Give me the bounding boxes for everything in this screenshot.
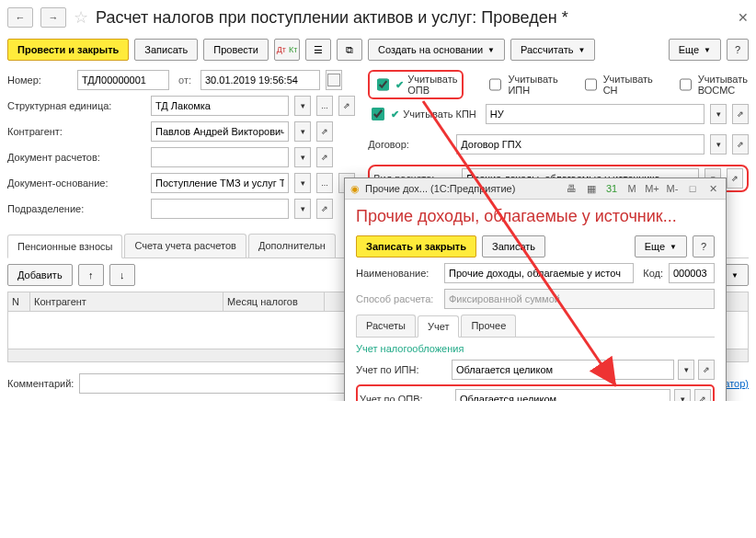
division-label: Подразделение: xyxy=(7,203,145,214)
nav-back-button[interactable]: ← xyxy=(7,7,33,28)
doc-base-label: Документ-основание: xyxy=(7,177,145,189)
col-n: N xyxy=(8,292,30,311)
kpn-checkbox[interactable]: ✔Учитывать КПН xyxy=(368,105,476,123)
doc-settle-dropdown-button[interactable]: ▾ xyxy=(294,147,311,167)
method-label: Способ расчета: xyxy=(356,293,439,304)
name-field[interactable] xyxy=(444,263,634,283)
more-button[interactable]: Еще▼ xyxy=(669,39,721,61)
contractor-dropdown-button[interactable]: ▾ xyxy=(294,121,311,142)
m-minus-icon[interactable]: M xyxy=(624,181,639,196)
popup-help-button[interactable]: ? xyxy=(693,235,715,258)
col-month: Месяц налогов xyxy=(223,292,325,311)
contractor-field[interactable] xyxy=(151,121,289,142)
org-open-button[interactable]: ⇗ xyxy=(338,96,355,116)
title-bar: ← → ☆ Расчет налогов при поступлении акт… xyxy=(7,7,749,28)
division-dropdown-button[interactable]: ▾ xyxy=(294,199,311,219)
opv-tax-dd[interactable]: ▾ xyxy=(674,389,691,401)
division-field[interactable] xyxy=(151,199,289,219)
opv-tax-open[interactable]: ⇗ xyxy=(694,389,711,401)
name-label: Наименование: xyxy=(356,268,439,279)
calculate-button[interactable]: Рассчитать▼ xyxy=(510,39,595,61)
favorite-star-icon[interactable]: ☆ xyxy=(74,7,88,28)
app-icon: ◉ xyxy=(350,183,360,195)
print-icon[interactable]: 🖶 xyxy=(564,181,578,196)
opv-tax-label: Учет по ОПВ: xyxy=(360,394,452,401)
division-open-button[interactable]: ⇗ xyxy=(316,199,333,219)
m-minus2-icon[interactable]: M- xyxy=(665,181,680,196)
doc-base-dropdown-button[interactable]: ▾ xyxy=(294,173,311,193)
popup-save-close-button[interactable]: Записать и закрыть xyxy=(356,235,476,258)
ipn-tax-dd[interactable]: ▾ xyxy=(678,360,694,380)
popup-title: Прочие доходы, облагаемые у источник... xyxy=(345,200,726,230)
popup-maximize-icon[interactable]: □ xyxy=(685,181,700,196)
org-dropdown-button[interactable]: ▾ xyxy=(294,96,311,116)
contract-field[interactable] xyxy=(456,134,704,155)
number-field[interactable] xyxy=(77,70,169,90)
code-label: Код: xyxy=(643,268,663,279)
org-label: Структурная единица: xyxy=(7,100,145,111)
contractor-open-button[interactable]: ⇗ xyxy=(316,121,333,142)
main-toolbar: Провести и закрыть Записать Провести ДтК… xyxy=(7,39,749,61)
tab-extra[interactable]: Дополнительн xyxy=(248,234,336,258)
doc-settle-field[interactable] xyxy=(151,147,289,167)
tab-pension[interactable]: Пенсионные взносы xyxy=(7,235,122,258)
close-icon[interactable]: ✕ xyxy=(738,10,749,25)
date-picker-button[interactable] xyxy=(326,70,342,90)
kpn-open-button[interactable]: ⇗ xyxy=(732,104,749,124)
code-field[interactable] xyxy=(669,263,715,283)
doc-settle-open-button[interactable]: ⇗ xyxy=(316,147,333,167)
doc-settle-label: Документ расчетов: xyxy=(7,152,145,163)
ipn-tax-field[interactable] xyxy=(452,360,674,380)
structure-button[interactable]: ☰ xyxy=(305,39,331,61)
date-field[interactable] xyxy=(200,70,320,90)
kpn-dropdown-button[interactable]: ▾ xyxy=(710,104,727,124)
org-field[interactable] xyxy=(151,96,289,116)
contractor-label: Контрагент: xyxy=(7,126,145,137)
popup-header: ◉ Прочие дох... (1С:Предприятие) 🖶 ▦ 31 … xyxy=(345,178,726,200)
calendar-icon[interactable]: ▦ xyxy=(584,181,599,196)
dt-kt-button[interactable]: ДтКт xyxy=(274,39,300,61)
method-field xyxy=(444,289,715,309)
save-button[interactable]: Записать xyxy=(134,39,198,61)
post-and-close-button[interactable]: Провести и закрыть xyxy=(7,39,129,61)
org-ellipsis-button[interactable]: ... xyxy=(316,96,333,116)
contract-dropdown-button[interactable]: ▾ xyxy=(710,134,727,155)
vosms-checkbox[interactable]: Учитывать ВОСМС xyxy=(676,74,749,96)
col-contractor: Контрагент xyxy=(30,292,223,311)
from-label: от: xyxy=(178,74,191,86)
comment-label: Комментарий: xyxy=(7,378,74,389)
kpn-field[interactable] xyxy=(486,104,704,124)
move-up-button[interactable]: ↑ xyxy=(78,264,104,286)
nav-fwd-button[interactable]: → xyxy=(40,7,66,28)
opv-checkbox[interactable]: ✔Учитывать ОПВ xyxy=(373,74,458,96)
popup-close-icon[interactable]: ✕ xyxy=(705,181,720,196)
ipn-tax-open[interactable]: ⇗ xyxy=(698,360,715,380)
sn-checkbox[interactable]: Учитывать СН xyxy=(581,74,654,96)
calc-type-open-button[interactable]: ⇗ xyxy=(727,168,743,189)
popup-tab-acct[interactable]: Учет xyxy=(418,315,460,338)
calc-type-popup: ◉ Прочие дох... (1С:Предприятие) 🖶 ▦ 31 … xyxy=(344,177,727,401)
doc-base-field[interactable] xyxy=(151,173,289,193)
post-button[interactable]: Провести xyxy=(203,39,269,61)
popup-more-button[interactable]: Еще▼ xyxy=(635,235,687,258)
ipn-checkbox[interactable]: Учитывать ИПН xyxy=(486,74,558,96)
ipn-tax-label: Учет по ИПН: xyxy=(356,364,448,375)
popup-tab-calc[interactable]: Расчеты xyxy=(356,315,416,337)
contract-label: Договор: xyxy=(368,139,451,150)
create-based-button[interactable]: Создать на основании▼ xyxy=(368,39,505,61)
opv-tax-field[interactable] xyxy=(455,389,670,401)
popup-tabs: Расчеты Учет Прочее xyxy=(356,315,715,338)
popup-save-button[interactable]: Записать xyxy=(482,235,545,258)
popup-tab-other[interactable]: Прочее xyxy=(461,315,516,337)
date-icon[interactable]: 31 xyxy=(604,181,619,196)
contract-open-button[interactable]: ⇗ xyxy=(732,134,749,155)
window-title: Расчет налогов при поступлении активов и… xyxy=(96,8,568,28)
tab-accounts[interactable]: Счета учета расчетов xyxy=(124,234,246,258)
add-row-button[interactable]: Добавить xyxy=(7,264,73,286)
move-down-button[interactable]: ↓ xyxy=(109,264,135,286)
help-button[interactable]: ? xyxy=(727,39,749,61)
m-plus-icon[interactable]: M+ xyxy=(645,181,659,196)
related-docs-button[interactable]: ⧉ xyxy=(337,39,362,61)
tax-group-title: Учет налогообложения xyxy=(356,343,715,354)
doc-base-ellipsis-button[interactable]: ... xyxy=(316,173,333,193)
